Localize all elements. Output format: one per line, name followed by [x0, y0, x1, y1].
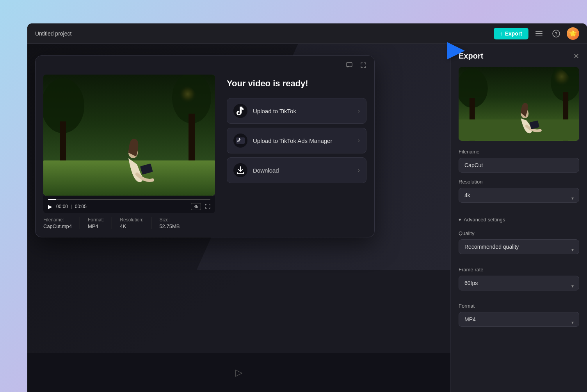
- resolution-label: Resolution:: [120, 217, 143, 223]
- upload-tiktok-action[interactable]: Upload to TikTok ›: [227, 98, 366, 124]
- download-icon-container: [233, 163, 247, 177]
- quality-select-wrapper: Recommended quality High quality Standar…: [459, 239, 579, 260]
- svg-rect-15: [236, 137, 245, 144]
- preview-scene: [459, 67, 579, 141]
- tiktok-ads-icon: [236, 137, 245, 144]
- menu-icon: [535, 31, 543, 36]
- svg-rect-12: [43, 160, 215, 196]
- resolution-select[interactable]: 4k 1080p 2k 720p: [459, 188, 579, 203]
- video-scene: [43, 75, 215, 196]
- upload-tiktok-ads-label: Upload to TikTok Ads Manager: [253, 137, 358, 144]
- export-modal: ▶ 00:00 | 00:05 4k ⛶: [35, 55, 375, 237]
- download-icon: [237, 166, 244, 174]
- export-button[interactable]: ↑ Export: [494, 28, 528, 39]
- export-arrow-icon: ↑: [500, 30, 503, 37]
- ready-title: Your video is ready!: [227, 78, 366, 89]
- bottom-playback-area: ▷: [27, 353, 450, 392]
- preview-svg: [459, 67, 579, 141]
- advanced-settings-collapse-icon: ▾: [459, 217, 461, 223]
- video-content-svg: [43, 75, 215, 196]
- play-button[interactable]: ▶: [48, 203, 52, 210]
- framerate-select[interactable]: 60fps 30fps 24fps: [459, 276, 579, 290]
- svg-rect-2: [535, 36, 543, 36]
- filename-info: Filename: CapCut.mp4: [43, 217, 80, 229]
- modal-header-bar: [36, 56, 374, 75]
- video-player-container: ▶ 00:00 | 00:05 4k ⛶: [43, 75, 215, 229]
- current-time: 00:00: [56, 204, 68, 209]
- tiktok-ads-icon-container: [233, 134, 247, 148]
- time-display: 00:00 | 00:05: [56, 204, 87, 209]
- player-controls: ▶ 00:00 | 00:05 4k ⛶: [43, 196, 215, 213]
- top-bar-right: ↑ Export ? 🌟: [494, 27, 579, 40]
- avatar-emoji: 🌟: [569, 30, 577, 37]
- advanced-settings-toggle[interactable]: ▾ Advanced settings: [459, 215, 505, 224]
- comment-icon-button[interactable]: [344, 60, 355, 71]
- actions-panel: Your video is ready! Upload to TikTok ›: [227, 75, 366, 229]
- resolution-value: 4K: [120, 223, 143, 229]
- upload-tiktok-ads-action[interactable]: Upload to TikTok Ads Manager ›: [227, 128, 366, 153]
- format-field-label: Format: [459, 303, 579, 309]
- filename-label: Filename:: [43, 217, 72, 223]
- format-info: Format: MP4: [88, 217, 112, 229]
- close-sidebar-button[interactable]: ✕: [573, 52, 579, 61]
- format-value: MP4: [88, 223, 104, 229]
- download-label: Download: [253, 167, 358, 174]
- framerate-field-label: Frame rate: [459, 267, 579, 273]
- resolution-field-label: Resolution: [459, 179, 579, 185]
- modal-body: ▶ 00:00 | 00:05 4k ⛶: [36, 75, 374, 237]
- tiktok-chevron-icon: ›: [358, 107, 360, 114]
- format-label: Format:: [88, 217, 104, 223]
- size-label: Size:: [159, 217, 180, 223]
- expand-icon-button[interactable]: [358, 60, 369, 71]
- top-bar: Untitled project ↑ Export ? 🌟: [27, 23, 587, 44]
- size-value: 52.75MB: [159, 223, 180, 229]
- help-icon-button[interactable]: ?: [550, 27, 563, 40]
- format-select-wrapper: MP4 MOV AVI ▾: [459, 312, 579, 333]
- video-thumbnail: [43, 75, 215, 196]
- app-window: Untitled project ↑ Export ? 🌟: [27, 23, 587, 392]
- progress-fill: [48, 199, 56, 200]
- export-sidebar: Export ✕: [450, 44, 587, 392]
- resolution-info: Resolution: 4K: [120, 217, 151, 229]
- framerate-select-wrapper: 60fps 30fps 24fps ▾: [459, 276, 579, 297]
- quality-field-label: Quality: [459, 230, 579, 236]
- tiktok-ads-chevron-icon: ›: [358, 137, 360, 144]
- filename-input[interactable]: [459, 158, 579, 173]
- time-separator: |: [71, 204, 73, 209]
- menu-icon-button[interactable]: [532, 27, 546, 40]
- file-info-bar: Filename: CapCut.mp4 Format: MP4 Resolut…: [43, 213, 215, 229]
- download-chevron-icon: ›: [358, 167, 360, 174]
- filename-field-label: Filename: [459, 149, 579, 155]
- size-info: Size: 52.75MB: [159, 217, 187, 229]
- export-form: Filename Resolution 4k 1080p 2k 720p ▾ ▾…: [451, 149, 587, 333]
- user-avatar-button[interactable]: 🌟: [567, 27, 579, 40]
- tiktok-icon-container: [233, 104, 247, 118]
- svg-text:?: ?: [555, 31, 557, 37]
- resolution-select-wrapper: 4k 1080p 2k 720p ▾: [459, 188, 579, 209]
- format-select[interactable]: MP4 MOV AVI: [459, 312, 579, 327]
- comment-icon: [346, 62, 352, 68]
- svg-rect-1: [535, 33, 543, 34]
- advanced-settings-label: Advanced settings: [464, 217, 505, 223]
- app-content: ▶ 00:00 | 00:05 4k ⛶: [27, 44, 587, 392]
- download-action[interactable]: Download ›: [227, 157, 366, 183]
- filename-value: CapCut.mp4: [43, 223, 72, 229]
- total-time: 00:05: [75, 204, 87, 209]
- svg-rect-0: [535, 31, 543, 32]
- main-area: ▶ 00:00 | 00:05 4k ⛶: [27, 44, 450, 392]
- progress-bar[interactable]: [48, 199, 210, 200]
- export-button-label: Export: [505, 30, 522, 37]
- controls-row: ▶ 00:00 | 00:05 4k ⛶: [48, 203, 210, 210]
- quality-select[interactable]: Recommended quality High quality Standar…: [459, 239, 579, 254]
- arrow-triangle: [447, 42, 465, 59]
- help-icon: ?: [552, 30, 560, 37]
- expand-icon: [360, 62, 366, 68]
- sidebar-header: Export ✕: [451, 44, 587, 67]
- fullscreen-button[interactable]: ⛶: [205, 203, 210, 210]
- export-preview-image: [459, 67, 579, 141]
- upload-tiktok-label: Upload to TikTok: [253, 108, 358, 114]
- bottom-play-button[interactable]: ▷: [235, 367, 242, 378]
- project-title: Untitled project: [35, 30, 71, 37]
- svg-rect-22: [459, 119, 579, 141]
- quality-badge: 4k: [191, 203, 201, 210]
